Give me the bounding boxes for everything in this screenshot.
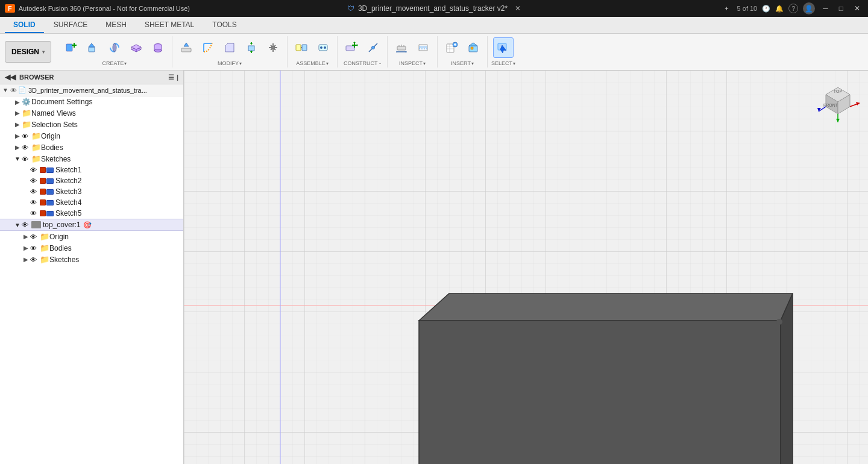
close-doc-button[interactable]: ✕ xyxy=(515,4,521,13)
root-visibility-icon[interactable]: 👁 xyxy=(10,87,17,94)
press-pull-button[interactable] xyxy=(176,37,197,58)
tree-item[interactable]: ▶ ⚙️ Document Settings xyxy=(0,96,183,107)
svg-marker-64 xyxy=(781,293,793,464)
eye-origin[interactable]: 👁 xyxy=(22,133,31,140)
add-tab-button[interactable]: + xyxy=(721,4,732,13)
revolve-button[interactable] xyxy=(104,37,125,58)
tab-solid[interactable]: SOLID xyxy=(5,17,44,33)
viewport[interactable]: TOP FRONT xyxy=(184,71,868,464)
new-component-button[interactable] xyxy=(61,37,81,58)
arrow-origin: ▶ xyxy=(13,133,22,139)
origin-label: Origin xyxy=(41,132,60,140)
tree-item[interactable]: ▶ 👁 📁 Sketches xyxy=(0,254,183,265)
tree-item[interactable]: 👁 Sketch4 xyxy=(0,197,183,208)
eye-tc-sketches[interactable]: 👁 xyxy=(30,256,40,263)
combine-button[interactable] xyxy=(263,37,283,58)
scale-button[interactable] xyxy=(241,37,262,58)
insert-mesh-button[interactable] xyxy=(441,37,462,58)
close-button[interactable]: ✕ xyxy=(851,3,863,14)
maximize-button[interactable]: □ xyxy=(836,3,846,14)
eye-sketch5[interactable]: 👁 xyxy=(30,210,40,217)
arrow-tc-sketches: ▶ xyxy=(22,256,30,263)
tc-sketches-label: Sketches xyxy=(49,256,79,264)
tree-item[interactable]: 👁 Sketch5 xyxy=(0,208,183,219)
sketch4-icon xyxy=(40,199,54,205)
eye-sketch1[interactable]: 👁 xyxy=(30,166,40,174)
decal-button[interactable] xyxy=(463,37,483,58)
chamfer-button[interactable] xyxy=(219,37,240,58)
design-dropdown[interactable]: DESIGN ▾ xyxy=(5,41,51,63)
clock-icon: 🕐 xyxy=(762,5,770,13)
tab-mesh[interactable]: MESH xyxy=(97,17,135,33)
svg-marker-33 xyxy=(353,42,356,43)
eye-sketch4[interactable]: 👁 xyxy=(30,199,40,206)
box-button[interactable] xyxy=(126,37,146,58)
help-icon[interactable]: ? xyxy=(788,4,798,13)
folder-tc-sketches-icon: 📁 xyxy=(40,255,49,264)
eye-sketches[interactable]: 👁 xyxy=(22,155,31,163)
tab-sheet-metal[interactable]: SHEET METAL xyxy=(136,17,203,33)
browser-settings-icon[interactable]: ☰ xyxy=(168,74,174,81)
browser-header-icons: ☰ | xyxy=(168,74,178,81)
svg-marker-4 xyxy=(89,43,95,47)
select-label[interactable]: SELECT▾ xyxy=(491,60,515,66)
tree-item-component[interactable]: ▼ 👁 top_cover:1 🎯 xyxy=(0,219,183,231)
tree-item[interactable]: ▶ 👁 📁 Bodies xyxy=(0,242,183,254)
tab-tools[interactable]: TOOLS xyxy=(204,17,245,33)
inspect-label[interactable]: INSPECT▾ xyxy=(399,60,426,66)
svg-rect-38 xyxy=(397,46,406,50)
svg-marker-62 xyxy=(419,321,781,464)
construct-label[interactable]: CONSTRUCT - xyxy=(344,60,381,66)
user-avatar[interactable]: 👤 xyxy=(803,2,815,14)
midpoint-button[interactable] xyxy=(363,37,383,58)
tree-item[interactable]: ▼ 👁 📁 Sketches xyxy=(0,153,183,165)
sketch5-label: Sketch5 xyxy=(55,209,81,218)
eye-sketch2[interactable]: 👁 xyxy=(30,177,40,184)
svg-rect-26 xyxy=(302,45,307,51)
minimize-button[interactable]: ─ xyxy=(820,3,831,14)
title-bar: F Autodesk Fusion 360 (Personal - Not fo… xyxy=(0,0,868,17)
browser-collapse-icon[interactable]: ◀◀ xyxy=(5,73,16,81)
root-expand-arrow: ▼ xyxy=(2,87,8,93)
create-label[interactable]: CREATE▾ xyxy=(102,60,127,66)
eye-tc-bodies[interactable]: 👁 xyxy=(30,245,40,252)
tab-surface[interactable]: SURFACE xyxy=(45,17,96,33)
browser-expand-icon[interactable]: | xyxy=(177,74,178,81)
title-left: F Autodesk Fusion 360 (Personal - Not fo… xyxy=(5,4,190,13)
eye-bodies[interactable]: 👁 xyxy=(22,144,31,151)
offset-plane-button[interactable] xyxy=(341,37,362,58)
joint-button[interactable] xyxy=(291,37,312,58)
insert-label[interactable]: INSERT▾ xyxy=(451,60,474,66)
tree-item[interactable]: 👁 Sketch1 xyxy=(0,165,183,175)
measure-button[interactable] xyxy=(391,37,412,58)
viewcube[interactable]: TOP FRONT xyxy=(814,77,862,125)
eye-sketch3[interactable]: 👁 xyxy=(30,188,40,195)
rigid-group-button[interactable] xyxy=(313,37,333,58)
tree-item[interactable]: ▶ 👁 📁 Bodies xyxy=(0,142,183,153)
cylinder-button[interactable] xyxy=(148,37,168,58)
design-dropdown-arrow: ▾ xyxy=(42,49,45,55)
tree-item[interactable]: ▶ 👁 📁 Origin xyxy=(0,130,183,142)
tree-item[interactable]: ▶ 📁 Named Views xyxy=(0,107,183,119)
select-button[interactable] xyxy=(493,37,514,58)
extrude-button[interactable] xyxy=(83,37,103,58)
target-icon: 🎯 xyxy=(83,221,92,229)
eye-tc-origin[interactable]: 👁 xyxy=(30,233,40,240)
fillet-button[interactable] xyxy=(198,37,218,58)
position-indicator: 5 of 10 xyxy=(737,5,758,12)
svg-rect-25 xyxy=(296,45,301,51)
svg-text:TOP: TOP xyxy=(834,89,843,93)
browser-root-item[interactable]: ▼ 👁 📄 3D_printer_movement_and_status_tra… xyxy=(0,84,183,96)
tree-item[interactable]: ▶ 👁 📁 Origin xyxy=(0,231,183,242)
eye-top-cover[interactable]: 👁 xyxy=(22,221,31,228)
tree-item[interactable]: 👁 Sketch2 xyxy=(0,175,183,186)
svg-marker-53 xyxy=(469,43,477,46)
assemble-label[interactable]: ASSEMBLE▾ xyxy=(296,60,329,66)
folder-named-views-icon: 📁 xyxy=(22,108,31,118)
display-settings-button[interactable] xyxy=(413,37,433,58)
modify-label[interactable]: MODIFY▾ xyxy=(218,60,242,66)
doc-settings-label: Document Settings xyxy=(31,98,92,106)
notification-icon[interactable]: 🔔 xyxy=(775,5,784,13)
tree-item[interactable]: 👁 Sketch3 xyxy=(0,186,183,197)
tree-item[interactable]: ▶ 📁 Selection Sets xyxy=(0,119,183,130)
